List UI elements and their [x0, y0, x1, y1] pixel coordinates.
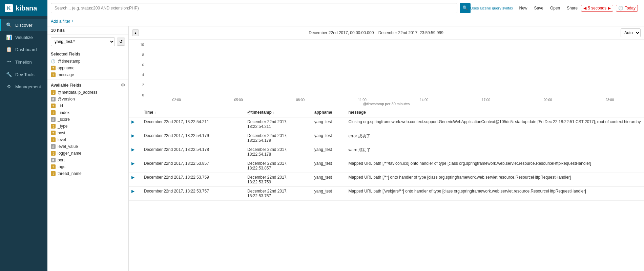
visualize-icon: 📊: [6, 35, 12, 40]
sidebar-item-label: Management: [15, 84, 41, 89]
field-item-metdata-ip[interactable]: t @metdata.ip_address: [47, 89, 128, 96]
results-area[interactable]: Time ↑ @timestamp ↑ appname message: [129, 108, 644, 271]
field-item-port[interactable]: # port: [47, 157, 128, 163]
sidebar-item-management[interactable]: ⚙ Management: [0, 81, 47, 93]
col-timestamp[interactable]: @timestamp ↑: [245, 108, 312, 117]
clock-icon: 🕐: [618, 6, 623, 10]
topbar-right: Uses lucene query syntax New Save Open S…: [471, 5, 641, 12]
field-name: @metdata.ip_address: [58, 90, 125, 95]
y-tick: 6: [142, 63, 144, 67]
field-item-level[interactable]: t level: [47, 136, 128, 143]
sidebar-item-dashboard[interactable]: 📋 Dashboard: [0, 43, 47, 55]
expand-row-button[interactable]: ▶: [131, 189, 134, 194]
field-item-thread-name[interactable]: t thread_name: [47, 170, 128, 177]
td-appname: yang_test: [312, 173, 346, 187]
discover-icon: 🔍: [6, 22, 12, 28]
x-tick: 11:00: [358, 98, 367, 102]
lucene-syntax-label: Uses lucene query syntax: [471, 6, 513, 10]
x-axis: 02:00 05:00 08:00 11:00 14:00 17:00 20:0…: [132, 97, 641, 102]
field-type-t-icon: t: [51, 164, 56, 169]
table-row: ▶December 22nd 2017, 18:22:54.211Decembe…: [129, 117, 644, 131]
interval-select[interactable]: Auto: [621, 28, 641, 37]
td-timestamp: December 22nd 2017,18:22:53.757: [245, 187, 312, 201]
td-timestamp: December 22nd 2017,18:22:53.857: [245, 159, 312, 173]
field-item-host[interactable]: t host: [47, 130, 128, 136]
col-time[interactable]: Time ↑: [141, 108, 245, 117]
field-name: logger_name: [58, 151, 125, 156]
field-item-type[interactable]: t _type: [47, 123, 128, 130]
field-item-message[interactable]: t message: [47, 71, 128, 78]
index-pattern-refresh-button[interactable]: ↺: [117, 38, 125, 46]
refresh-timer[interactable]: ◀ 5 seconds ▶: [581, 5, 613, 12]
collapse-chart-button[interactable]: ▲: [132, 29, 139, 36]
field-item-timestamp[interactable]: 🕐 @timestamp: [47, 58, 128, 65]
today-label: Today: [625, 6, 636, 10]
field-name: _type: [58, 124, 125, 129]
x-tick: 23:00: [605, 98, 614, 102]
search-input[interactable]: [51, 3, 457, 13]
table-row: ▶December 22nd 2017, 18:22:53.857Decembe…: [129, 159, 644, 173]
date-range-label: December 22nd 2017, 00:00:00.000 – Decem…: [142, 30, 610, 35]
td-timestamp: December 22nd 2017,18:22:54.178: [245, 145, 312, 159]
app-logo[interactable]: K kibana: [0, 0, 47, 16]
sort-arrow-icon: ↑: [273, 111, 274, 114]
td-appname: yang_test: [312, 187, 346, 201]
field-name: host: [58, 131, 125, 135]
add-filter-link[interactable]: Add a filter +: [51, 19, 74, 24]
td-timestamp: December 22nd 2017,18:22:53.759: [245, 173, 312, 187]
results-table: Time ↑ @timestamp ↑ appname message: [129, 108, 644, 201]
col-expand: [129, 108, 141, 117]
share-button[interactable]: Share: [563, 6, 581, 10]
field-name: level: [58, 137, 125, 142]
selected-fields-header: Selected Fields: [47, 49, 128, 58]
expand-row-button[interactable]: ▶: [131, 147, 134, 152]
sidebar-item-timelion[interactable]: 〜 Timelion: [0, 55, 47, 68]
sidebar-item-discover[interactable]: 🔍 Discover: [0, 19, 47, 31]
sidebar-nav: 🔍 Discover 📊 Visualize 📋 Dashboard 〜 Tim…: [0, 16, 47, 93]
field-item-logger-name[interactable]: t logger_name: [47, 150, 128, 157]
index-pattern-select[interactable]: yang_test.*: [51, 37, 115, 46]
sidebar-item-label: Dev Tools: [15, 72, 35, 77]
td-message: Closing org.springframework.web.context.…: [346, 117, 644, 131]
field-name: message: [58, 72, 125, 77]
sidebar-item-visualize[interactable]: 📊 Visualize: [0, 31, 47, 43]
dash-separator: —: [613, 30, 617, 35]
field-name: level_value: [58, 144, 125, 149]
gear-icon[interactable]: ⚙: [121, 83, 125, 88]
field-item-appname[interactable]: t appname: [47, 65, 128, 71]
left-panel: 10 hits yang_test.* ↺ Selected Fields 🕐 …: [47, 26, 129, 271]
field-item-score[interactable]: # _score: [47, 116, 128, 123]
field-item-level-value[interactable]: # level_value: [47, 143, 128, 150]
search-button[interactable]: 🔍: [460, 3, 471, 13]
field-type-t-icon: t: [51, 137, 56, 142]
field-name: thread_name: [58, 171, 125, 176]
td-message: Mapped URL path [/**/favicon.ico] onto h…: [346, 159, 644, 173]
new-button[interactable]: New: [516, 6, 531, 10]
col-appname[interactable]: appname: [312, 108, 346, 117]
kibana-icon: K: [5, 4, 13, 12]
field-item-version[interactable]: # @version: [47, 96, 128, 103]
timer-arrow-left: ◀: [583, 6, 586, 10]
secondary-bar: Add a filter +: [47, 16, 644, 26]
today-button[interactable]: 🕐 Today: [616, 5, 638, 12]
expand-row-button[interactable]: ▶: [131, 175, 134, 180]
field-type-t-icon: t: [51, 66, 56, 70]
table-row: ▶December 22nd 2017, 18:22:54.179Decembe…: [129, 131, 644, 145]
expand-row-button[interactable]: ▶: [131, 133, 134, 138]
field-item-id[interactable]: t _id: [47, 103, 128, 109]
field-item-tags[interactable]: t tags: [47, 163, 128, 170]
expand-row-button[interactable]: ▶: [131, 119, 134, 124]
bars-container: [146, 43, 641, 97]
open-button[interactable]: Open: [547, 6, 563, 10]
expand-row-button[interactable]: ▶: [131, 161, 134, 166]
field-type-t-icon: t: [51, 110, 56, 115]
sidebar-item-devtools[interactable]: 🔧 Dev Tools: [0, 68, 47, 81]
chart-area: 10 8 6 4 2 0 02:00 05:00 08:00 11:00 14:…: [129, 40, 644, 108]
td-time: December 22nd 2017, 18:22:54.178: [141, 145, 245, 159]
col-message[interactable]: message: [346, 108, 644, 117]
field-type-t-icon: t: [51, 104, 56, 108]
save-button[interactable]: Save: [531, 6, 547, 10]
field-name: tags: [58, 164, 125, 169]
x-tick: 17:00: [482, 98, 490, 102]
field-item-index[interactable]: t _index: [47, 109, 128, 116]
